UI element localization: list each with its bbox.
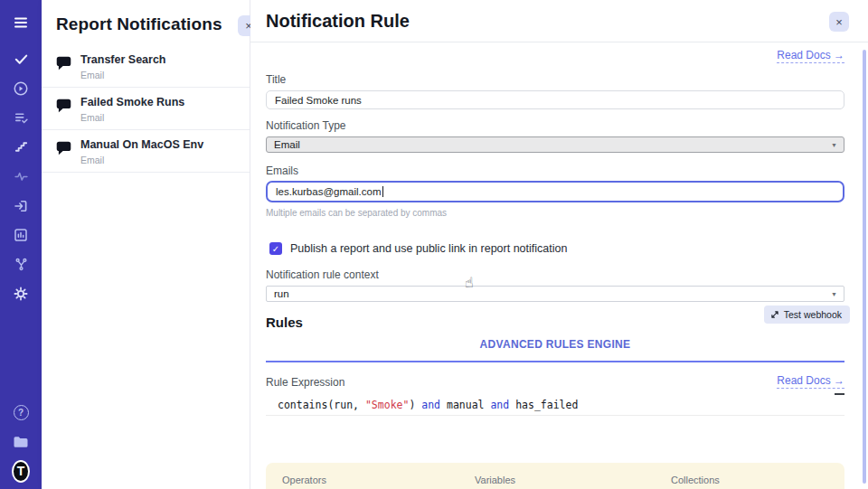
main-content: Read Docs → Title Failed Smoke runs Noti… <box>250 49 868 489</box>
logo-letter: T <box>12 460 30 483</box>
help-column-header: Variables <box>475 475 656 485</box>
publish-checkbox[interactable]: ✓ <box>269 242 282 255</box>
pulse-icon[interactable] <box>12 167 30 185</box>
text-caret <box>382 186 383 197</box>
title-field-label: Title <box>266 73 844 86</box>
notification-type-value: Email <box>274 139 300 150</box>
rule-expression-editor[interactable]: contains(run, "Smoke") and manual and ha… <box>266 397 844 459</box>
app-logo[interactable]: T <box>12 462 30 480</box>
notification-item-text: Transfer Search Email <box>80 52 166 80</box>
notification-item-text: Failed Smoke Runs Email <box>80 95 184 123</box>
rules-help-panel: Operators and, or - logical operators<, … <box>266 463 844 489</box>
emails-input[interactable]: les.kurbas@gmail.com <box>266 181 844 202</box>
rule-expression-code: contains(run, "Smoke") and manual and ha… <box>266 397 844 416</box>
title-input[interactable]: Failed Smoke runs <box>266 90 844 109</box>
rule-expression-label: Rule Expression <box>266 376 344 389</box>
notification-item-type: Email <box>80 112 184 123</box>
close-icon: × <box>835 15 843 29</box>
folder-icon[interactable] <box>12 433 30 451</box>
main-close-button[interactable]: × <box>829 12 849 32</box>
fork-icon[interactable] <box>12 256 30 274</box>
page-title: Notification Rule <box>266 11 868 32</box>
app-root: ? T Report Notifications × Transfer Sear… <box>0 0 868 489</box>
notification-item-text: Manual On MacOS Env Email <box>80 137 203 165</box>
checkbox-check-icon: ✓ <box>272 244 279 254</box>
help-icon[interactable]: ? <box>12 403 30 421</box>
read-docs-link[interactable]: Read Docs → <box>777 49 844 63</box>
webhook-arrows-icon <box>770 310 779 319</box>
notification-item-name: Failed Smoke Runs <box>80 95 184 110</box>
help-question-glyph: ? <box>14 405 29 420</box>
notification-list-item[interactable]: Manual On MacOS Env Email <box>42 130 250 173</box>
rules-header-row: Rules Test webhook <box>266 311 844 333</box>
help-column: Collections tests, passed_tests, failed_… <box>671 475 828 489</box>
steps-icon[interactable] <box>12 138 30 156</box>
chevron-down-icon: ▼ <box>831 291 837 297</box>
bar-chart-icon[interactable] <box>12 226 30 244</box>
notification-item-type: Email <box>80 70 166 80</box>
emails-helper-text: Multiple emails can be separated by comm… <box>266 208 844 218</box>
check-icon[interactable] <box>12 50 30 68</box>
read-docs-link-rules[interactable]: Read Docs → <box>777 374 844 389</box>
notification-list: Transfer Search Email Failed Smoke Runs … <box>42 45 250 173</box>
rule-expression-row: Rule Expression Read Docs → <box>266 374 844 389</box>
emails-input-value: les.kurbas@gmail.com <box>276 186 382 197</box>
sign-in-icon[interactable] <box>12 197 30 215</box>
chevron-down-icon: ▼ <box>831 142 837 148</box>
editor-scrollbar[interactable] <box>835 393 844 395</box>
rules-tab-bar: ADVANCED RULES ENGINE <box>266 335 844 362</box>
help-column: Operators and, or - logical operators<, … <box>282 475 460 489</box>
publish-checkbox-label: Publish a report and use public link in … <box>290 242 567 255</box>
help-column: Variables has_passed, has_failed, has_co… <box>475 475 656 489</box>
nav-sidebar: ? T <box>0 0 42 489</box>
panel-title: Report Notifications <box>56 14 235 34</box>
rules-heading: Rules <box>266 311 844 330</box>
gear-icon[interactable] <box>12 285 30 303</box>
notification-rule-panel: Notification Rule × Read Docs → Title Fa… <box>250 0 868 489</box>
chat-bubble-icon <box>55 140 72 157</box>
test-webhook-button[interactable]: Test webhook <box>764 306 850 324</box>
report-notifications-header: Report Notifications × <box>42 0 250 45</box>
main-header: Notification Rule × <box>250 0 868 42</box>
type-field-label: Notification Type <box>266 119 844 132</box>
publish-checkbox-row: ✓ Publish a report and use public link i… <box>266 242 844 255</box>
title-input-value: Failed Smoke runs <box>275 95 362 106</box>
notification-item-name: Transfer Search <box>80 52 166 68</box>
notification-list-item[interactable]: Transfer Search Email <box>42 45 250 88</box>
context-field-label: Notification rule context <box>266 268 844 281</box>
test-webhook-label: Test webhook <box>784 309 842 320</box>
rule-context-select[interactable]: run ▼ <box>266 286 844 302</box>
notification-item-name: Manual On MacOS Env <box>80 137 203 153</box>
vertical-scrollbar[interactable] <box>863 50 866 484</box>
notification-list-item[interactable]: Failed Smoke Runs Email <box>42 88 250 130</box>
notification-item-type: Email <box>80 155 203 165</box>
notification-type-select[interactable]: Email ▼ <box>266 136 844 153</box>
chat-bubble-icon <box>55 55 72 72</box>
tab-advanced-rules-engine[interactable]: ADVANCED RULES ENGINE <box>480 338 631 351</box>
help-column-header: Operators <box>282 475 460 485</box>
play-circle-icon[interactable] <box>12 80 30 98</box>
rule-context-value: run <box>274 288 289 299</box>
emails-field-label: Emails <box>266 165 844 177</box>
report-notifications-panel: Report Notifications × Transfer Search E… <box>42 0 250 489</box>
menu-icon[interactable] <box>12 14 30 32</box>
chat-bubble-icon <box>55 98 72 115</box>
list-check-icon[interactable] <box>12 108 30 127</box>
help-column-header: Collections <box>671 475 828 485</box>
